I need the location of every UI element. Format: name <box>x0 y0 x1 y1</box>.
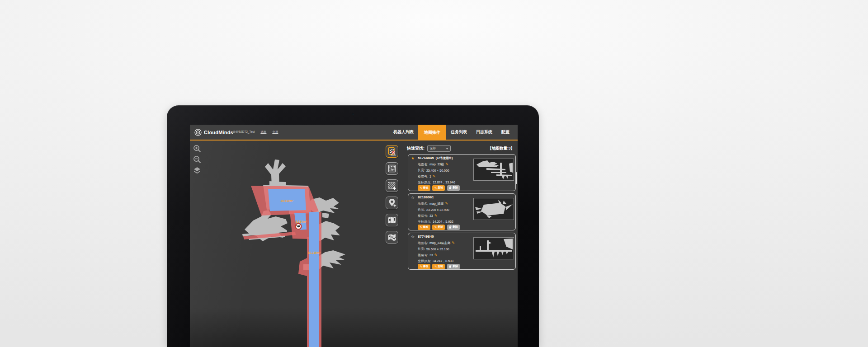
card-actions: ✎ 修改 ✎ 复制 删除 <box>418 264 460 269</box>
map-count-badge: 【地图数量:3】 <box>488 146 514 151</box>
area-label-1: 40.519m² <box>281 199 294 202</box>
favorite-star-icon[interactable]: ☆ <box>411 234 415 239</box>
map-canvas[interactable]: 40.519m² 8.614m² 80.215m² <box>190 141 407 347</box>
panel-scrollbar[interactable] <box>516 172 517 184</box>
delete-map-button[interactable]: 删除 <box>447 225 460 230</box>
edit-map-button[interactable]: ✎ 修改 <box>418 225 430 230</box>
tab-settings[interactable]: 配置 <box>497 125 514 140</box>
chevron-down-icon <box>446 148 448 150</box>
quick-search-row: 快速查找: 全部 <box>407 145 451 152</box>
delete-map-button[interactable]: 删除 <box>447 264 460 269</box>
map-card-1: ★ 51764845 (12号使用中) 地图名: map_33楼 ✎ 长宽: 2… <box>408 154 516 191</box>
map-name-row: 地图名: map_33楼 ✎ <box>418 162 448 167</box>
tab-map-operation[interactable]: 地图操作 <box>418 125 446 141</box>
welcome-text: 欢迎BJDT2_Test <box>233 130 255 134</box>
map-id: 51764845 (12号使用中) <box>418 156 453 160</box>
robot-position-marker <box>296 224 302 230</box>
zoom-out-icon[interactable] <box>193 155 201 164</box>
quick-search-label: 快速查找: <box>407 145 425 151</box>
remove-map-icon[interactable] <box>386 214 398 226</box>
delete-map-button[interactable]: 删除 <box>447 185 460 191</box>
add-region-icon[interactable] <box>386 179 398 192</box>
map-origin-row: 坐标原点: 34.247，8.533 <box>418 259 453 263</box>
map-origin-row: 坐标原点: 12.874，33.946 <box>418 180 455 185</box>
map-id: 87749840 <box>418 234 434 239</box>
user-links: 欢迎BJDT2_Test 退出 全屏 <box>233 125 278 140</box>
pencil-icon: ✎ <box>420 187 422 190</box>
edit-pencil-icon[interactable]: ✎ <box>433 175 436 178</box>
edit-pencil-icon[interactable]: ✎ <box>452 241 455 245</box>
add-poi-icon[interactable] <box>386 197 398 209</box>
map-size-row: 长宽: 56.600 × 25.100 <box>418 247 449 251</box>
cloudminds-logo-icon <box>194 129 202 136</box>
map-thumbnail <box>473 237 514 259</box>
trash-icon <box>449 225 452 229</box>
webcam-dot <box>352 113 354 115</box>
pencil-icon: ✎ <box>434 187 437 190</box>
logout-link[interactable]: 退出 <box>260 130 266 134</box>
map-card-2: ☆ 82186961 地图名: map_腿腿 ✎ 长宽: 23.200 × 22… <box>408 193 516 230</box>
tab-task-list[interactable]: 任务列表 <box>446 125 472 140</box>
edit-pencil-icon[interactable]: ✎ <box>434 214 438 218</box>
trash-icon <box>449 186 452 189</box>
pencil-icon: ✎ <box>434 226 437 229</box>
upload-map-icon[interactable] <box>386 231 398 244</box>
map-card-3: ☆ 87749840 地图名: map_33层走廊 ✎ 长宽: 56.600 ×… <box>408 233 516 270</box>
map-filter-dropdown[interactable]: 全部 <box>427 145 451 152</box>
map-name-row: 地图名: map_腿腿 ✎ <box>418 202 448 206</box>
fullscreen-link[interactable]: 全屏 <box>272 130 278 134</box>
area-label-2: 8.614m² <box>296 220 307 223</box>
map-id-number: 51764845 <box>418 156 434 160</box>
brand: CloudMinds <box>194 125 233 140</box>
map-size-row: 长宽: 25.400 × 50.000 <box>418 168 449 173</box>
map-thumbnail <box>473 198 514 220</box>
map-name-row: 地图名: map_33层走廊 ✎ <box>418 241 455 245</box>
map-id-number: 87749840 <box>418 234 434 239</box>
pencil-icon: ✎ <box>420 226 422 229</box>
map-thumbnail <box>473 159 514 181</box>
map-in-use-tag: (12号使用中) <box>436 156 453 159</box>
top-navbar: CloudMinds 欢迎BJDT2_Test 退出 全屏 机器人列表 地图操作… <box>190 125 518 141</box>
map-id: 82186961 <box>418 195 434 199</box>
map-zoom-controls <box>193 145 201 174</box>
trash-icon <box>449 265 452 268</box>
brand-name: CloudMinds <box>204 130 233 135</box>
copy-map-button[interactable]: ✎ 复制 <box>432 185 445 191</box>
pencil-icon: ✎ <box>434 265 437 268</box>
zoom-in-icon[interactable] <box>193 145 201 153</box>
copy-map-button[interactable]: ✎ 复制 <box>432 264 445 269</box>
tab-robot-list[interactable]: 机器人列表 <box>389 125 418 140</box>
pencil-icon: ✎ <box>420 265 422 268</box>
edit-pencil-icon[interactable]: ✎ <box>434 253 438 257</box>
edit-map-button[interactable]: ✎ 修改 <box>418 264 430 269</box>
card-actions: ✎ 修改 ✎ 复制 删除 <box>418 225 460 230</box>
app-screen: CloudMinds 欢迎BJDT2_Test 退出 全屏 机器人列表 地图操作… <box>190 125 518 347</box>
nav-tabs: 机器人列表 地图操作 任务列表 日志系统 配置 <box>389 125 518 141</box>
measure-area-icon[interactable] <box>386 162 398 175</box>
map-floor-row: 楼层号: 33 ✎ <box>418 253 437 258</box>
laptop-frame: CloudMinds 欢迎BJDT2_Test 退出 全屏 机器人列表 地图操作… <box>167 105 539 347</box>
desktop-background: CloudMinds 欢迎BJDT2_Test 退出 全屏 机器人列表 地图操作… <box>0 0 868 347</box>
map-id-number: 82186961 <box>418 195 434 199</box>
tab-log-system[interactable]: 日志系统 <box>472 125 497 140</box>
map-floor-row: 楼层号: 1 ✎ <box>418 174 436 179</box>
map-list-panel: 快速查找: 全部 【地图数量:3】 ★ 51764845 (12号使用中) <box>404 141 518 347</box>
card-actions: ✎ 修改 ✎ 复制 删除 <box>418 185 460 191</box>
map-size-row: 长宽: 23.200 × 22.900 <box>418 207 449 212</box>
area-label-3: 80.215m² <box>308 251 321 254</box>
layers-icon[interactable] <box>193 166 201 174</box>
edit-pencil-icon[interactable]: ✎ <box>445 163 448 166</box>
edit-map-button[interactable]: ✎ 修改 <box>418 185 430 191</box>
task-checklist-pin-icon[interactable] <box>386 145 398 158</box>
copy-map-button[interactable]: ✎ 复制 <box>432 225 445 230</box>
map-origin-row: 坐标原点: 14.204，5.952 <box>418 220 453 224</box>
favorite-star-icon[interactable]: ★ <box>411 156 415 160</box>
map-floor-row: 楼层号: 33 ✎ <box>418 214 437 218</box>
map-toolbar <box>386 145 399 244</box>
favorite-star-icon[interactable]: ☆ <box>411 195 415 200</box>
edit-pencil-icon[interactable]: ✎ <box>445 202 448 206</box>
map-filter-value: 全部 <box>430 146 436 150</box>
